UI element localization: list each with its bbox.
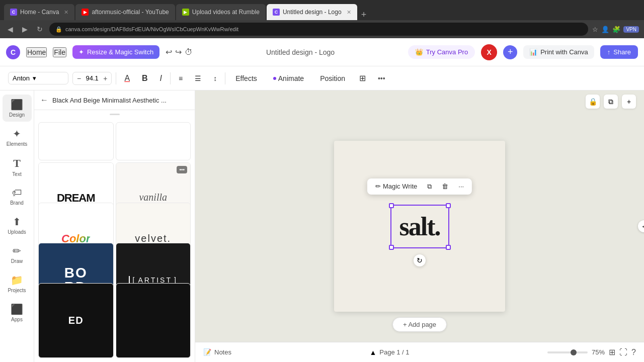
print-button[interactable]: 📊 Print with Canva	[523, 45, 594, 59]
add-icon-btn[interactable]: +	[622, 95, 636, 109]
dark1-text: ED	[68, 315, 84, 326]
back-button[interactable]: ◀	[5, 24, 16, 34]
bold-button[interactable]: B	[138, 72, 152, 85]
apps-icon: ⬛	[11, 303, 23, 315]
text-color-button[interactable]: A	[120, 72, 134, 85]
italic-button[interactable]: I	[156, 72, 166, 85]
spacing-button[interactable]: ↕	[209, 72, 221, 84]
design-icon: ⬛	[11, 99, 23, 111]
sidebar-item-draw[interactable]: ✏ Draw	[3, 241, 32, 268]
address-bar[interactable]: 🔒 canva.com/design/DAF8dsFdEUA/NivOgWsIC…	[49, 23, 588, 36]
add-page-button[interactable]: + Add page	[392, 317, 447, 332]
format-separator-2	[170, 72, 171, 84]
reload-button[interactable]: ↻	[34, 24, 45, 34]
dropdown-icon: ▾	[33, 74, 36, 82]
sidebar-item-apps[interactable]: ⬛ Apps	[3, 299, 32, 326]
more-options-button[interactable]: •••	[374, 72, 389, 84]
sidebar-item-projects[interactable]: 📁 Projects	[3, 270, 32, 297]
fullscreen-button[interactable]: ⛶	[619, 348, 627, 357]
handle-bottom-left[interactable]	[389, 245, 394, 250]
browser-tab-canva-home[interactable]: C Home - Canva ✕	[4, 4, 74, 20]
template-card-dark2[interactable]	[116, 283, 191, 358]
vpn-badge[interactable]: VPN	[623, 26, 639, 33]
home-button[interactable]: Home	[26, 47, 47, 57]
crown-icon: 👑	[415, 48, 423, 56]
profile-icon[interactable]: 👤	[601, 26, 609, 33]
canvas-container[interactable]: ✏ Magic Write ⧉ 🗑 ··· salt. ↻	[334, 141, 505, 312]
tab-favicon: ▶	[82, 9, 89, 16]
handle-top-left[interactable]	[389, 203, 394, 208]
bookmark-icon[interactable]: ☆	[592, 26, 598, 33]
align-button[interactable]: ≡	[175, 72, 187, 84]
effects-button[interactable]: Effects	[229, 72, 263, 84]
address-bar-row: ◀ ▶ ↻ 🔒 canva.com/design/DAF8dsFdEUA/Niv…	[0, 20, 644, 38]
file-button[interactable]: File	[53, 47, 66, 57]
text-icon: T	[13, 157, 21, 170]
selected-text-element[interactable]: salt.	[390, 205, 449, 248]
user-avatar[interactable]: X	[481, 44, 497, 60]
extensions-icon[interactable]: 🧩	[612, 26, 620, 33]
sidebar-item-elements[interactable]: ✦ Elements	[3, 124, 32, 151]
zoom-percentage: 75%	[592, 348, 605, 356]
sidebar-item-uploads[interactable]: ⬆ Uploads	[3, 212, 32, 239]
duplicate-icon-btn[interactable]: ⧉	[604, 95, 618, 109]
zoom-slider[interactable]	[547, 351, 588, 353]
canvas-area: 🔒 ⧉ + ✏ Magic Write ⧉ 🗑 ···	[195, 90, 644, 362]
grid-view-button[interactable]: ⊞	[609, 347, 615, 357]
sidebar-item-text[interactable]: T Text	[3, 153, 32, 181]
tab-close-icon[interactable]: ✕	[64, 9, 68, 16]
rotate-handle[interactable]: ↻	[414, 254, 426, 266]
sidebar-item-design[interactable]: ⬛ Design	[3, 95, 32, 122]
font-size-decrease-button[interactable]: −	[77, 74, 81, 82]
magic-write-button[interactable]: ✏ Magic Write	[371, 180, 421, 192]
template-card-blank2[interactable]	[116, 122, 191, 160]
position-button[interactable]: Position	[314, 72, 351, 84]
share-button[interactable]: ↑ Share	[600, 45, 638, 59]
notes-button[interactable]: 📝 Notes	[203, 348, 231, 356]
animate-label: Animate	[278, 74, 304, 82]
template-card-dark1[interactable]: ED	[38, 283, 114, 358]
zoom-controls: 75% ⊞ ⛶ ?	[547, 347, 636, 357]
apps-label: Apps	[11, 317, 23, 322]
template-card-blank1[interactable]	[38, 122, 114, 160]
elements-icon: ✦	[13, 128, 21, 140]
handle-top-right[interactable]	[446, 203, 451, 208]
zoom-thumb[interactable]	[571, 349, 577, 355]
floating-duplicate-button[interactable]: ⧉	[423, 180, 436, 193]
handle-bottom-right[interactable]	[446, 245, 451, 250]
help-button[interactable]: ?	[631, 348, 636, 357]
timer-button[interactable]: ⏱	[185, 47, 193, 57]
projects-icon: 📁	[11, 274, 23, 286]
lock-icon-btn[interactable]: 🔒	[586, 95, 600, 109]
back-button[interactable]: ←	[40, 96, 48, 105]
collapse-pages-button[interactable]: ▲	[369, 348, 376, 356]
floating-more-button[interactable]: ···	[454, 180, 468, 192]
try-pro-button[interactable]: 👑 Try Canva Pro	[408, 45, 475, 59]
font-selector[interactable]: Anton ▾	[8, 72, 68, 84]
format-toolbar: Anton ▾ − 94.1 + A B I ≡ ☰ ↕ Effects Ani…	[0, 66, 644, 90]
plus-button[interactable]: +	[503, 45, 517, 59]
animate-button[interactable]: Animate	[267, 72, 310, 84]
magic-switch-button[interactable]: ✦ Resize & Magic Switch	[72, 45, 159, 59]
browser-tab-rumble[interactable]: ▶ Upload videos at Rumble	[176, 4, 266, 20]
scroll-indicator-top	[34, 110, 195, 118]
browser-tab-youtube[interactable]: ▶ aftonmusic-official - YouTube	[75, 4, 175, 20]
magic-write-icon: ✏	[375, 183, 381, 190]
magic-switch-label: Resize & Magic Switch	[87, 48, 153, 56]
forward-button[interactable]: ▶	[20, 24, 30, 34]
texture-button[interactable]: ⊞	[355, 71, 370, 85]
draw-icon: ✏	[13, 245, 21, 257]
browser-tab-canva-design[interactable]: C Untitled design - Logo ✕	[267, 4, 357, 20]
redo-button[interactable]: ↪	[175, 47, 182, 57]
tab-label: Home - Canva	[20, 9, 59, 16]
new-tab-button[interactable]: +	[358, 10, 370, 20]
sidebar-item-brand[interactable]: 🏷 Brand	[3, 183, 32, 210]
print-label: Print with Canva	[540, 48, 588, 56]
list-button[interactable]: ☰	[191, 72, 205, 84]
undo-button[interactable]: ↩	[166, 47, 172, 57]
tab-close-icon[interactable]: ✕	[347, 9, 351, 16]
document-title[interactable]: Untitled design - Logo	[199, 48, 402, 56]
floating-delete-button[interactable]: 🗑	[438, 180, 452, 192]
font-size-increase-button[interactable]: +	[103, 74, 107, 82]
more-options-badge[interactable]: •••	[177, 166, 187, 173]
